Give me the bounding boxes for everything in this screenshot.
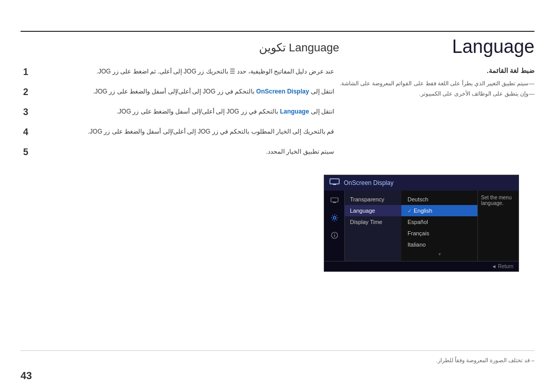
list-item-4: قم بالتحريك إلى الخيار المطلوب بالتحكم ف… [21, 127, 334, 138]
item-text-2: انتقل إلى OnScreen Display بالتحكم في زر… [37, 87, 334, 97]
osd-body: Transparency Language Display Time Deuts… [324, 191, 519, 261]
item-text-3: انتقل إلى Language بالتحكم في زر JOG إلى… [37, 107, 334, 117]
item-number-2: 2 [21, 87, 31, 98]
item-text-4: قم بالتحريك إلى الخيار المطلوب بالتحكم ف… [37, 127, 334, 137]
svg-rect-0 [330, 179, 339, 184]
osd-lang-francais: Français [401, 228, 477, 239]
osd-lang-italiano: Italiano [401, 239, 477, 250]
desc-list: سيتم تطبيق التغيير الذي يطرأ على اللغة ف… [339, 79, 534, 99]
monitor-icon [329, 178, 340, 188]
bottom-note: – قد تختلف الصورة المعروضة وفقاً للطراز. [21, 357, 534, 364]
item-text-5: سيتم تطبيق الخيار المحدد. [37, 147, 334, 157]
highlight-onscreen: OnScreen Display [256, 88, 309, 95]
page-title-ar: Language تكوين [21, 41, 339, 54]
item-number-1: 1 [21, 67, 31, 78]
title-arabic: Language تكوين [21, 41, 339, 54]
osd-return-label: Return [498, 264, 513, 269]
list-item-1: عند عرض دليل المفاتيح الوظيفية، حدد ☰ با… [21, 67, 334, 78]
osd-icon-sidebar [324, 191, 345, 261]
svg-point-4 [333, 217, 336, 219]
osd-header-text: OnScreen Display [344, 179, 394, 186]
osd-icon-display [329, 195, 340, 206]
svg-rect-1 [333, 184, 336, 185]
osd-header: OnScreen Display [324, 175, 519, 191]
osd-lang-deutsch: Deutsch [401, 194, 477, 205]
osd-lang-english: ✓ English [401, 205, 477, 216]
desc-title: ضبط لغة القائمة. [339, 67, 534, 74]
osd-lang-espanol: Español [401, 216, 477, 228]
scroll-down-indicator: ▾ [401, 250, 477, 258]
osd-menu-language: Language [345, 205, 401, 216]
item-number-5: 5 [21, 147, 31, 158]
svg-point-7 [334, 233, 335, 234]
bottom-divider [21, 350, 534, 351]
item-number-4: 4 [21, 127, 31, 138]
osd-screenshot: OnScreen Display [324, 175, 519, 272]
osd-icon-info [329, 230, 340, 241]
highlight-language: Language [280, 108, 309, 115]
osd-menu: Transparency Language Display Time [345, 191, 401, 261]
desc-item-2: وإن يتطبق على الوظائف الأخرى على الكمبيو… [339, 89, 534, 99]
list-item-2: انتقل إلى OnScreen Display بالتحكم في زر… [21, 87, 334, 98]
osd-menu-transparency: Transparency [345, 194, 401, 205]
right-description: ضبط لغة القائمة. سيتم تطبيق التغيير الذي… [339, 67, 534, 106]
numbered-list: عند عرض دليل المفاتيح الوظيفية، حدد ☰ با… [21, 67, 334, 167]
top-divider [21, 31, 534, 32]
page-number: 43 [21, 370, 32, 382]
desc-item-1: سيتم تطبيق التغيير الذي يطرأ على اللغة ف… [339, 79, 534, 89]
osd-icon-settings [329, 212, 340, 223]
osd-help-text: Set the menu language. [477, 191, 519, 261]
svg-rect-3 [333, 202, 336, 203]
item-text-1: عند عرض دليل المفاتيح الوظيفية، حدد ☰ با… [37, 67, 334, 77]
item-number-3: 3 [21, 107, 31, 118]
list-item-5: سيتم تطبيق الخيار المحدد. 5 [21, 147, 334, 158]
title-english: Language [339, 36, 534, 58]
osd-submenu: Deutsch ✓ English Español Français Itali… [401, 191, 477, 261]
osd-menu-display-time: Display Time [345, 216, 401, 228]
list-item-3: انتقل إلى Language بالتحكم في زر JOG إلى… [21, 107, 334, 118]
osd-footer: ◄ Return [324, 261, 519, 271]
check-icon: ✓ [408, 208, 412, 214]
page-title-en: Language [339, 36, 534, 58]
svg-rect-2 [331, 198, 338, 202]
